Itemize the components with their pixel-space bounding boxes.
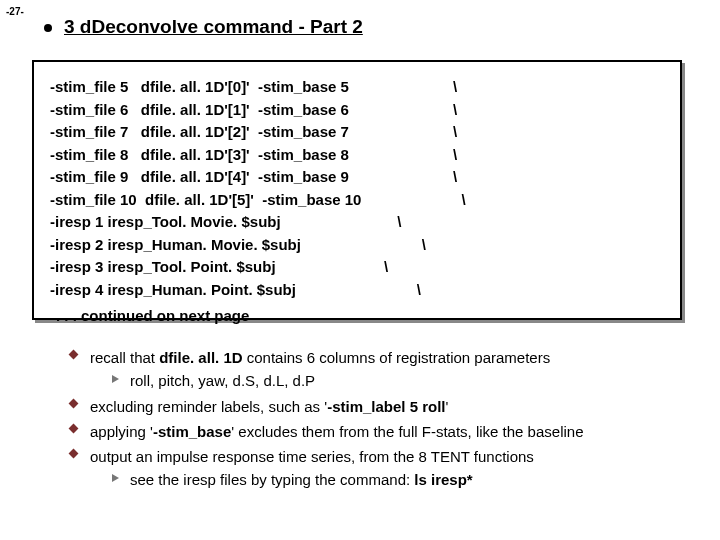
title-row: 3 dDeconvolve command - Part 2 (44, 16, 363, 38)
note-sub-text: see the iresp files by typing the comman… (130, 471, 414, 488)
note-item: applying '-stim_base' excludes them from… (70, 420, 690, 443)
note-bold: -stim_label 5 roll (327, 398, 445, 415)
diamond-bullet-icon (69, 423, 79, 433)
code-line: -stim_file 5 dfile. all. 1D'[0]' -stim_b… (50, 76, 664, 99)
note-text: applying ' (90, 423, 153, 440)
diamond-bullet-icon (69, 398, 79, 408)
code-line: -iresp 4 iresp_Human. Point. $subj \ (50, 279, 664, 302)
continued-label: . . . continued on next page (56, 305, 664, 328)
note-bold: dfile. all. 1D (159, 349, 242, 366)
note-text: output an impulse response time series, … (90, 448, 534, 465)
note-text: ' excludes them from the full F-stats, l… (231, 423, 583, 440)
code-line: -iresp 2 iresp_Human. Movie. $subj \ (50, 234, 664, 257)
page-number: -27- (6, 6, 24, 17)
note-sub-text: roll, pitch, yaw, d.S, d.L, d.P (130, 372, 315, 389)
code-line: -iresp 1 iresp_Tool. Movie. $subj \ (50, 211, 664, 234)
code-line: -stim_file 6 dfile. all. 1D'[1]' -stim_b… (50, 99, 664, 122)
note-text: excluding reminder labels, such as ' (90, 398, 327, 415)
diamond-bullet-icon (69, 350, 79, 360)
code-line: -stim_file 8 dfile. all. 1D'[3]' -stim_b… (50, 144, 664, 167)
note-item: output an impulse response time series, … (70, 445, 690, 492)
note-item: excluding reminder labels, such as '-sti… (70, 395, 690, 418)
code-line: -stim_file 10 dfile. all. 1D'[5]' -stim_… (50, 189, 664, 212)
code-line: -stim_file 7 dfile. all. 1D'[2]' -stim_b… (50, 121, 664, 144)
note-text: contains 6 columns of registration param… (243, 349, 551, 366)
triangle-bullet-icon (112, 474, 119, 482)
diamond-bullet-icon (69, 449, 79, 459)
note-item: recall that dfile. all. 1D contains 6 co… (70, 346, 690, 393)
code-line: -iresp 3 iresp_Tool. Point. $subj \ (50, 256, 664, 279)
note-subitem: roll, pitch, yaw, d.S, d.L, d.P (90, 369, 690, 392)
code-line: -stim_file 9 dfile. all. 1D'[4]' -stim_b… (50, 166, 664, 189)
bullet-disc-icon (44, 24, 52, 32)
note-subitem: see the iresp files by typing the comman… (90, 468, 690, 491)
note-text: recall that (90, 349, 159, 366)
note-bold: -stim_base (153, 423, 231, 440)
note-sub-bold: ls iresp* (414, 471, 472, 488)
triangle-bullet-icon (112, 375, 119, 383)
note-text: ' (446, 398, 449, 415)
notes-list: recall that dfile. all. 1D contains 6 co… (70, 346, 690, 494)
code-box: -stim_file 5 dfile. all. 1D'[0]' -stim_b… (32, 60, 682, 320)
page-title: 3 dDeconvolve command - Part 2 (64, 16, 363, 38)
